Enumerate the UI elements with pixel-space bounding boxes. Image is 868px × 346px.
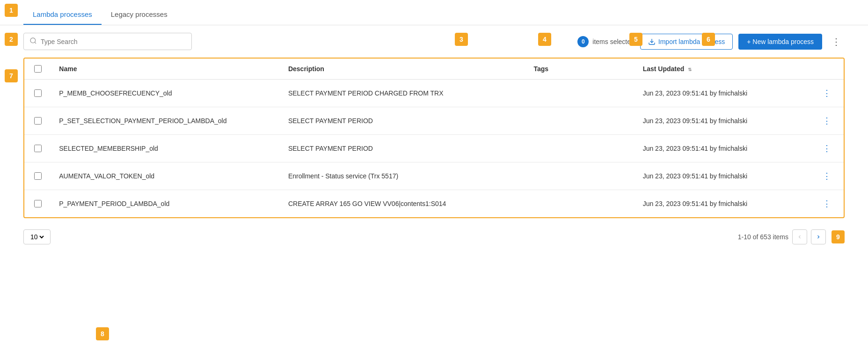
new-button-label: + New lambda process (747, 38, 814, 45)
pagination-section: 1-10 of 653 items 9 (738, 229, 845, 244)
badge-5: 5 (629, 33, 642, 46)
table-row: SELECTED_MEMEBERSHIP_old SELECT PAYMENT … (24, 135, 844, 162)
row-tags (526, 162, 635, 190)
badge-3: 3 (455, 33, 468, 46)
row-name: P_SET_SELECTION_PAYMENT_PERIOD_LAMBDA_ol… (51, 107, 281, 135)
search-icon (29, 37, 37, 46)
sort-icon: ⇅ (688, 67, 692, 72)
row-menu-button[interactable]: ⋮ (820, 170, 834, 182)
pagination-info-text: 1-10 of 653 items (738, 233, 788, 241)
chevron-right-icon (816, 234, 821, 240)
header-name: Name (51, 59, 281, 80)
tab-lambda-processes[interactable]: Lambda processes (23, 6, 102, 25)
more-options-button[interactable]: ⋮ (828, 34, 845, 49)
rows-per-page-control[interactable]: 5102550 (23, 229, 51, 244)
row-description: CREATE ARRAY 165 GO VIEW VV06|contents1:… (281, 190, 526, 218)
row-checkbox-4[interactable] (34, 200, 42, 207)
search-box[interactable] (23, 33, 192, 50)
header-actions (810, 59, 844, 80)
row-menu-button[interactable]: ⋮ (820, 115, 834, 127)
row-description: SELECT PAYMENT PERIOD CHARGED FROM TRX (281, 80, 526, 107)
table-row: P_SET_SELECTION_PAYMENT_PERIOD_LAMBDA_ol… (24, 107, 844, 135)
items-selected-section: 0 items selected (577, 36, 634, 47)
badge-7: 7 (5, 69, 18, 82)
header-description: Description (281, 59, 526, 80)
table-row: P_PAYMENT_PERIOD_LAMBDA_old CREATE ARRAY… (24, 190, 844, 218)
row-actions-cell: ⋮ (810, 135, 844, 162)
row-checkbox-0[interactable] (34, 89, 42, 97)
table-header-row: Name Description Tags Last Updated ⇅ (24, 59, 844, 80)
row-last-updated: Jun 23, 2023 09:51:41 by fmichalski (635, 162, 810, 190)
row-last-updated: Jun 23, 2023 09:51:41 by fmichalski (635, 80, 810, 107)
badge-1: 1 (5, 4, 18, 17)
search-input[interactable] (41, 38, 186, 45)
row-checkbox-cell (24, 135, 51, 162)
prev-page-button[interactable] (792, 229, 807, 244)
rows-per-page-select[interactable]: 5102550 (29, 233, 45, 241)
selected-count-badge: 0 (577, 36, 589, 47)
items-selected-label: items selected (592, 38, 634, 45)
row-tags (526, 107, 635, 135)
row-actions-cell: ⋮ (810, 190, 844, 218)
row-actions-cell: ⋮ (810, 80, 844, 107)
row-menu-button[interactable]: ⋮ (820, 142, 834, 155)
new-lambda-process-button[interactable]: + New lambda process (738, 34, 822, 50)
tabs-section: Lambda processes Legacy processes (0, 0, 868, 25)
processes-table: Name Description Tags Last Updated ⇅ (24, 59, 844, 217)
badge-8: 8 (96, 327, 109, 340)
table-body: P_MEMB_CHOOSEFRECUENCY_old SELECT PAYMEN… (24, 80, 844, 218)
row-checkbox-cell (24, 80, 51, 107)
row-tags (526, 80, 635, 107)
row-last-updated: Jun 23, 2023 09:51:41 by fmichalski (635, 135, 810, 162)
row-checkbox-cell (24, 190, 51, 218)
import-lambda-process-button[interactable]: Import lambda process (640, 34, 733, 50)
processes-table-container: Name Description Tags Last Updated ⇅ (23, 58, 845, 218)
chevron-left-icon (797, 234, 802, 240)
header-tags: Tags (526, 59, 635, 80)
badge-4: 4 (538, 33, 551, 46)
svg-point-0 (30, 38, 36, 43)
row-actions-cell: ⋮ (810, 162, 844, 190)
row-description: SELECT PAYMENT PERIOD (281, 107, 526, 135)
row-checkbox-3[interactable] (34, 172, 42, 180)
row-tags (526, 135, 635, 162)
select-all-checkbox[interactable] (34, 65, 42, 73)
header-last-updated[interactable]: Last Updated ⇅ (635, 59, 810, 80)
row-checkbox-cell (24, 162, 51, 190)
toolbar: 3 0 items selected 4 Import lambda proce… (0, 25, 868, 58)
import-icon (648, 38, 656, 45)
row-description: SELECT PAYMENT PERIOD (281, 135, 526, 162)
row-name: AUMENTA_VALOR_TOKEN_old (51, 162, 281, 190)
table-row: P_MEMB_CHOOSEFRECUENCY_old SELECT PAYMEN… (24, 80, 844, 107)
main-container: 1 Lambda processes Legacy processes 2 3 … (0, 0, 868, 346)
row-checkbox-cell (24, 107, 51, 135)
row-checkbox-1[interactable] (34, 117, 42, 125)
row-actions-cell: ⋮ (810, 107, 844, 135)
tab-legacy-processes[interactable]: Legacy processes (102, 6, 177, 25)
row-checkbox-2[interactable] (34, 145, 42, 152)
badge-2: 2 (5, 33, 18, 46)
row-tags (526, 190, 635, 218)
table-row: AUMENTA_VALOR_TOKEN_old Enrollment - Sta… (24, 162, 844, 190)
row-name: SELECTED_MEMEBERSHIP_old (51, 135, 281, 162)
footer: 5102550 8 1-10 of 653 items 9 (0, 222, 868, 252)
svg-line-1 (35, 42, 36, 44)
badge-9: 9 (832, 230, 845, 243)
row-last-updated: Jun 23, 2023 09:51:41 by fmichalski (635, 190, 810, 218)
row-description: Enrollment - Status service (Trx 5517) (281, 162, 526, 190)
badge-6: 6 (702, 33, 715, 46)
row-last-updated: Jun 23, 2023 09:51:41 by fmichalski (635, 107, 810, 135)
next-page-button[interactable] (811, 229, 826, 244)
row-name: P_MEMB_CHOOSEFRECUENCY_old (51, 80, 281, 107)
row-name: P_PAYMENT_PERIOD_LAMBDA_old (51, 190, 281, 218)
row-menu-button[interactable]: ⋮ (820, 87, 834, 99)
header-checkbox-cell (24, 59, 51, 80)
row-menu-button[interactable]: ⋮ (820, 198, 834, 210)
